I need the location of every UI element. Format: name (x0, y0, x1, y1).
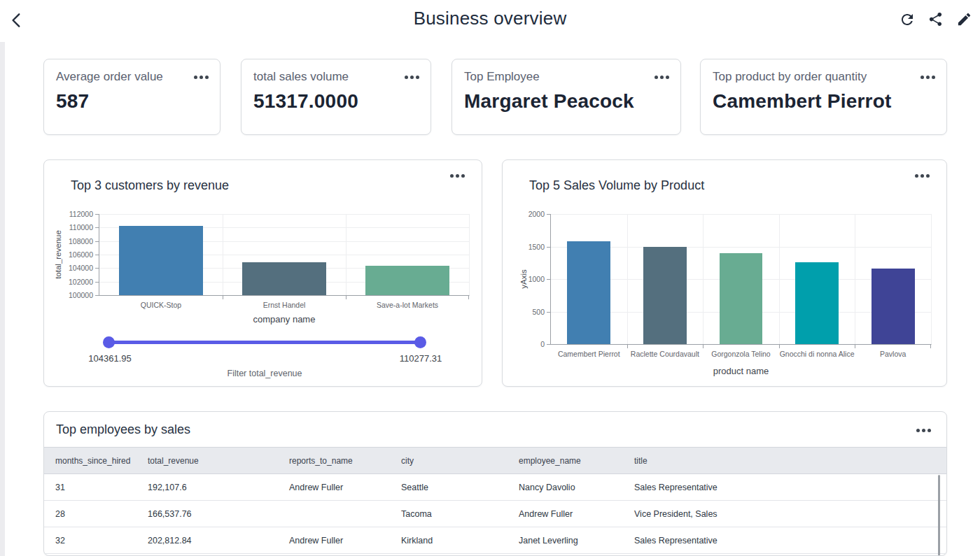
column-header-months_since_hired[interactable]: months_since_hired (44, 448, 136, 474)
table-cell: 202,812.84 (136, 527, 278, 554)
x-tick-mark (346, 295, 346, 299)
y-tick-mark (95, 214, 99, 215)
y-tick-label: 104000 (69, 264, 93, 272)
chart-title: Top 5 Sales Volume by Product (529, 178, 704, 193)
y-tick-label: 1500 (528, 243, 545, 251)
y-tick-label: 106000 (69, 250, 93, 259)
table-cell: Nancy Davolio (507, 474, 623, 501)
x-axis-label: company name (99, 314, 470, 325)
y-tick-mark (95, 282, 99, 283)
table-cell: Tacoma (390, 501, 507, 527)
y-tick-mark (547, 214, 551, 215)
column-header-employee_name[interactable]: employee_name (507, 448, 623, 474)
kpi-label: total sales volume (253, 70, 349, 84)
revenue-filter-slider-track[interactable] (109, 341, 421, 344)
slider-min-value: 104361.95 (88, 353, 131, 364)
table-cell: 166,537.76 (136, 501, 278, 527)
bar-quick-stop[interactable] (119, 226, 203, 295)
bar-pavlova[interactable] (872, 269, 915, 344)
y-tick-mark (95, 295, 99, 296)
more-options-icon[interactable] (660, 76, 664, 79)
more-options-icon[interactable] (922, 429, 925, 432)
gridline (703, 214, 704, 344)
x-tick-mark (930, 344, 931, 348)
table-cell: Seattle (390, 474, 507, 501)
table-row[interactable]: 32202,812.84Andrew FullerKirklandJanet L… (44, 527, 946, 554)
dashboard-page: Business overview Average order value 5 (0, 0, 980, 556)
more-options-icon[interactable] (410, 76, 414, 79)
column-header-city[interactable]: city (390, 448, 507, 474)
kpi-card-average-order-value: Average order value 587 (43, 59, 220, 135)
refresh-button[interactable] (899, 11, 916, 28)
kpi-card-top-employee: Top Employee Margaret Peacock (451, 59, 681, 135)
table-row[interactable]: 28166,537.76TacomaAndrew FullerVice Pres… (44, 501, 946, 527)
table-cell: Andrew Fuller (507, 501, 623, 527)
kpi-value: Margaret Peacock (464, 90, 634, 113)
bar-ernst-handel[interactable] (242, 262, 326, 295)
page-title: Business overview (0, 8, 980, 29)
kpi-value: Camembert Pierrot (713, 90, 891, 113)
gridline (855, 214, 855, 344)
y-tick-mark (95, 241, 99, 242)
gridline (346, 214, 346, 295)
kpi-card-total-sales-volume: total sales volume 51317.0000 (241, 59, 431, 135)
kpi-card-top-product: Top product by order quantity Camembert … (700, 59, 947, 135)
column-header-title[interactable]: title (623, 448, 946, 474)
share-button[interactable] (927, 11, 944, 28)
x-tick-mark (223, 295, 223, 299)
gridline (99, 214, 469, 215)
x-tick-label: Gnocchi di nonna Alice (779, 350, 855, 358)
kpi-value: 587 (56, 90, 89, 113)
slider-handle-max[interactable] (414, 336, 426, 348)
more-options-icon[interactable] (456, 174, 459, 178)
table-cell: Sales Representative (623, 527, 946, 554)
table-cell: 192,107.6 (136, 474, 278, 501)
refresh-icon (899, 11, 916, 28)
y-tick-mark (95, 227, 99, 228)
gridline (627, 214, 628, 344)
x-tick-mark (468, 295, 469, 299)
employees-table: months_since_hiredtotal_revenuereports_t… (44, 447, 946, 554)
bar-save-a-lot-markets[interactable] (365, 266, 449, 295)
left-edge-strip (0, 42, 5, 556)
edit-button[interactable] (956, 11, 973, 28)
y-tick-label: 112000 (69, 210, 93, 218)
x-tick-label: QUICK-Stop (99, 301, 223, 309)
more-options-icon[interactable] (200, 76, 203, 79)
y-tick-label: 2000 (528, 210, 545, 218)
more-options-icon[interactable] (926, 76, 930, 79)
pencil-icon (956, 11, 973, 27)
y-tick-label: 108000 (69, 237, 93, 245)
x-axis-label: product name (550, 366, 932, 376)
y-tick-mark (547, 344, 551, 345)
y-axis-label: total_revenue (54, 230, 62, 279)
share-icon (927, 11, 944, 27)
x-tick-label: Save-a-lot Markets (346, 301, 469, 309)
table-cell: 31 (44, 474, 136, 501)
y-tick-mark (547, 312, 551, 313)
slider-handle-min[interactable] (103, 336, 115, 348)
column-header-reports_to_name[interactable]: reports_to_name (278, 448, 390, 474)
y-tick-label: 102000 (69, 278, 93, 286)
bar-gnocchi-di-nonna-alice[interactable] (795, 262, 839, 344)
bar-raclette-courdavault[interactable] (643, 247, 687, 344)
x-tick-label: Ernst Handel (223, 301, 346, 309)
gridline (551, 214, 931, 215)
column-header-total_revenue[interactable]: total_revenue (136, 448, 278, 474)
table-cell: 28 (44, 501, 136, 527)
x-tick-label: Pavlova (855, 350, 931, 358)
y-tick-mark (547, 279, 551, 280)
x-tick-mark (627, 344, 628, 348)
y-tick-mark (95, 268, 99, 269)
x-tick-mark (779, 344, 780, 348)
table-vertical-scrollbar[interactable] (938, 475, 940, 556)
bar-chart-customers: 1000001020001040001060001080001100001120… (99, 214, 470, 296)
chart-title: Top 3 customers by revenue (71, 178, 229, 193)
y-tick-label: 0 (540, 340, 545, 348)
more-options-icon[interactable] (920, 174, 924, 178)
table-row[interactable]: 31192,107.6Andrew FullerSeattleNancy Dav… (44, 474, 946, 501)
y-tick-label: 110000 (69, 223, 93, 231)
table-title: Top employees by sales (56, 422, 190, 437)
bar-gorgonzola-telino[interactable] (720, 253, 763, 344)
bar-camembert-pierrot[interactable] (567, 241, 610, 344)
